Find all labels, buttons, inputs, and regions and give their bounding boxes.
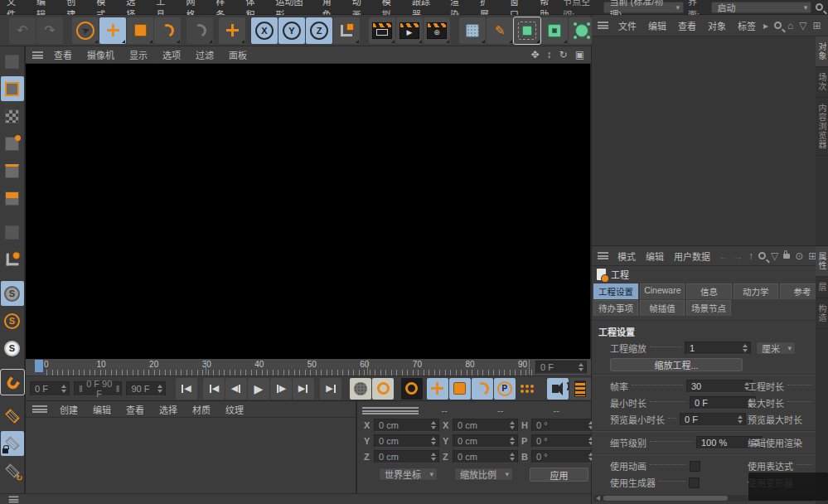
move-tool-button[interactable]	[99, 17, 126, 44]
scrollbar-thumb[interactable]	[603, 496, 728, 501]
material-menu-item[interactable]: 纹理	[218, 403, 251, 416]
pan-view-icon[interactable]: ✥	[531, 49, 540, 61]
filter-icon[interactable]: ▽	[799, 20, 806, 32]
spline-pen-button[interactable]: ✎	[487, 17, 513, 44]
record-button[interactable]	[350, 378, 371, 400]
model-mode-button[interactable]	[1, 76, 24, 101]
search-icon[interactable]	[774, 22, 782, 29]
texture-mode-button[interactable]	[1, 104, 24, 128]
current-frame-field[interactable]: 0 F	[535, 361, 587, 374]
toggle-view-icon[interactable]: ▣	[575, 49, 584, 61]
preview-min-field[interactable]: 0 F	[680, 413, 746, 426]
play-button[interactable]: ▶	[248, 378, 269, 400]
rotate-tool-button[interactable]	[154, 17, 181, 44]
prev-frame-button[interactable]: ◀	[225, 378, 247, 400]
side-tab[interactable]: 场次	[816, 67, 828, 98]
more-menus-icon[interactable]: ▸	[763, 20, 768, 32]
attribute-menu-item[interactable]: 编辑	[641, 250, 669, 263]
scroll-left-icon[interactable]	[596, 496, 600, 501]
render-picture-viewer-button[interactable]: ▶	[396, 17, 423, 44]
viewport-solo-single-button[interactable]: S	[1, 308, 24, 333]
scale-mode-dropdown[interactable]: 缩放比例▾	[454, 468, 513, 481]
attribute-menu-icon[interactable]	[598, 252, 608, 259]
axis-z-lock-button[interactable]: Z	[306, 17, 332, 44]
viewport-menu-icon[interactable]	[32, 51, 43, 59]
spinner-icon[interactable]	[508, 437, 516, 445]
object-menu-item[interactable]: 对象	[702, 19, 732, 32]
search-icon[interactable]	[758, 252, 766, 259]
attribute-tab[interactable]: 场景节点	[686, 300, 731, 316]
home-icon[interactable]: ⌂	[787, 20, 793, 32]
uv-mode-button[interactable]	[1, 220, 24, 245]
lock-workplane-button[interactable]	[1, 431, 24, 456]
enable-axis-button[interactable]	[1, 247, 24, 272]
attribute-tab[interactable]: 动力学	[734, 284, 778, 299]
next-key-button[interactable]: ▶	[293, 378, 314, 400]
object-menu-item[interactable]: 文件	[613, 19, 642, 32]
scale-project-button[interactable]: 缩放工程...	[610, 358, 743, 371]
viewport-menu-item[interactable]: 选项	[155, 48, 188, 61]
attribute-tab[interactable]: 待办事项	[593, 300, 638, 316]
side-tab[interactable]: 对象	[816, 36, 828, 67]
spinner-icon[interactable]	[736, 415, 743, 424]
coordinates-menu-icon[interactable]	[362, 407, 419, 414]
fps-field[interactable]: 30	[686, 380, 753, 393]
position-z-field[interactable]: 0 cm	[374, 450, 439, 463]
make-editable-button[interactable]	[1, 49, 24, 74]
planar-workplane-button[interactable]: ↻	[1, 458, 24, 483]
history-forward-icon[interactable]: →	[734, 250, 743, 262]
scale-z-field[interactable]: 0 cm	[453, 450, 518, 463]
spinner-icon[interactable]	[60, 385, 67, 393]
attribute-tab[interactable]: Cineware	[640, 284, 685, 299]
side-tab[interactable]: 内容浏览器	[816, 98, 828, 156]
spinner-icon[interactable]	[577, 363, 584, 371]
spinner-icon[interactable]	[156, 385, 163, 393]
search-icon[interactable]	[816, 3, 823, 11]
axis-y-lock-button[interactable]: Y	[278, 17, 305, 44]
material-menu-icon[interactable]	[32, 405, 47, 413]
scale-x-field[interactable]: 0 cm	[453, 419, 518, 432]
motion-clip-button[interactable]	[569, 378, 591, 400]
generators-button[interactable]	[541, 17, 568, 44]
object-tree-area[interactable]	[592, 36, 816, 245]
lock-icon[interactable]	[783, 254, 790, 259]
subdivision-surface-button[interactable]	[514, 17, 540, 44]
timeline-ruler[interactable]: 0102030405060708090 0 F	[26, 359, 591, 376]
material-menu-item[interactable]: 选择	[152, 403, 185, 416]
rotation-h-field[interactable]: 0 °	[531, 419, 597, 432]
autokey-button[interactable]	[401, 378, 423, 400]
project-scale-field[interactable]: 1	[685, 342, 751, 355]
dolly-view-icon[interactable]: ↕	[547, 49, 552, 61]
range-start-field[interactable]: 0 F	[30, 381, 70, 396]
target-icon[interactable]: ⊙	[795, 250, 803, 262]
node-space-dropdown[interactable]: 当前 (标准/物理) ▾	[603, 2, 683, 13]
keyframe-selection-button[interactable]	[372, 378, 394, 400]
use-animation-checkbox[interactable]	[690, 461, 700, 472]
position-x-field[interactable]: 0 cm	[374, 419, 439, 432]
active-tool-button[interactable]	[219, 17, 245, 44]
coord-system-dropdown[interactable]: 世界坐标▾	[379, 468, 438, 481]
side-tab[interactable]: 构造	[816, 298, 828, 329]
viewport-menu-item[interactable]: 显示	[122, 48, 155, 61]
primitive-cube-button[interactable]	[459, 17, 486, 44]
spinner-icon[interactable]	[429, 453, 437, 461]
history-back-icon[interactable]: ←	[719, 250, 729, 262]
range-end-field[interactable]: 90 F	[126, 381, 166, 396]
side-tab[interactable]: 层	[816, 277, 828, 298]
last-tool-button[interactable]	[186, 17, 213, 44]
interface-dropdown[interactable]: 启动 ▾	[711, 2, 811, 13]
record-pla-button[interactable]	[516, 378, 538, 400]
record-rotation-button[interactable]	[472, 378, 493, 400]
object-manager-menu-icon[interactable]	[598, 22, 608, 29]
parent-up-icon[interactable]: ↑	[748, 250, 753, 262]
live-selection-button[interactable]: ➤	[72, 17, 99, 44]
apply-button[interactable]: 应用	[530, 468, 588, 482]
sound-button[interactable]	[547, 378, 569, 400]
object-menu-item[interactable]: 标签	[732, 19, 762, 32]
polygon-mode-button[interactable]	[1, 186, 24, 211]
workplane-button[interactable]	[1, 404, 24, 429]
undo-button[interactable]: ↶	[9, 17, 36, 44]
coordinate-system-button[interactable]	[333, 17, 360, 44]
render-settings-button[interactable]: ⊛	[424, 17, 450, 44]
next-frame-button[interactable]: ▶	[270, 378, 292, 400]
